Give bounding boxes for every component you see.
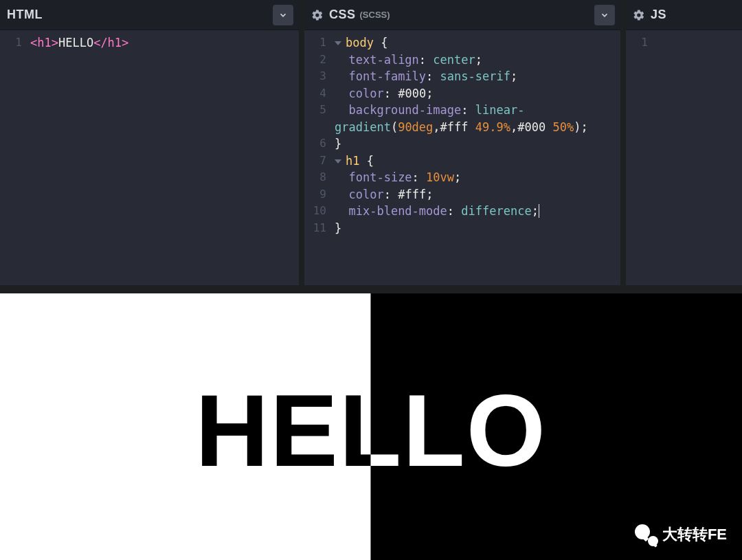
panel-subtitle-css: (SCSS) <box>360 10 390 20</box>
panel-css: CSS (SCSS) 1234567891011 body { text-ali… <box>304 0 620 285</box>
code-css[interactable]: body { text-align: center; font-family: … <box>332 34 620 285</box>
output-preview: HELLO 大转转FE <box>0 293 742 560</box>
gear-icon[interactable] <box>311 9 324 21</box>
panel-js: JS 1 <box>626 0 742 285</box>
code-area-css[interactable]: 1234567891011 body { text-align: center;… <box>304 30 620 285</box>
panel-title-css: CSS <box>329 8 356 22</box>
output-wrap: HELLO 大转转FE <box>0 285 742 560</box>
panel-html: HTML 1 <h1>HELLO</h1> <box>0 0 299 285</box>
code-area-html[interactable]: 1 <h1>HELLO</h1> <box>0 30 299 285</box>
chevron-down-icon[interactable] <box>273 5 293 25</box>
code-html[interactable]: <h1>HELLO</h1> <box>27 34 299 285</box>
output-heading: HELLO <box>0 372 742 489</box>
gutter-html: 1 <box>0 34 27 285</box>
editors-row: HTML 1 <h1>HELLO</h1> CSS (SCSS) <box>0 0 742 285</box>
codepen-app: HTML 1 <h1>HELLO</h1> CSS (SCSS) <box>0 0 742 560</box>
watermark-text: 大转转FE <box>662 524 727 545</box>
gutter-js: 1 <box>626 34 653 285</box>
panel-header-js: JS <box>626 0 742 30</box>
code-area-js[interactable]: 1 <box>626 30 742 285</box>
panel-title-js: JS <box>651 8 666 22</box>
gear-icon[interactable] <box>633 9 645 21</box>
panel-header-css: CSS (SCSS) <box>304 0 620 30</box>
wechat-icon <box>635 524 655 545</box>
watermark: 大转转FE <box>635 524 727 545</box>
gutter-css: 1234567891011 <box>304 34 332 285</box>
code-js[interactable] <box>653 34 742 285</box>
panel-title-html: HTML <box>7 8 43 22</box>
panel-header-html: HTML <box>0 0 299 30</box>
chevron-down-icon[interactable] <box>594 5 615 25</box>
